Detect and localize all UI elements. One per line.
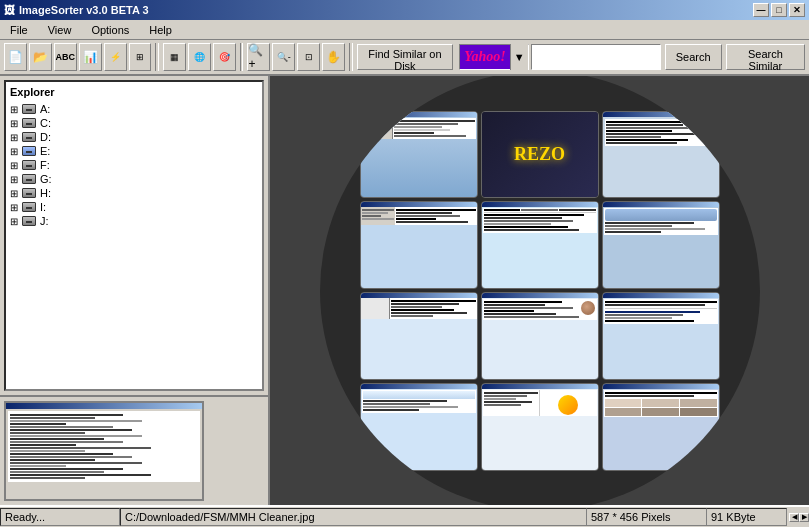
preview-image	[4, 401, 204, 501]
search-button[interactable]: Search	[665, 44, 722, 70]
status-bar: Ready... C:/Downloaded/FSM/MMH Cleaner.j…	[0, 505, 809, 527]
menu-view[interactable]: View	[42, 22, 78, 38]
thumbnail-10[interactable]	[360, 383, 478, 471]
status-dimensions: 587 * 456 Pixels	[587, 508, 707, 526]
drive-icon-i	[22, 202, 36, 212]
separator2	[240, 43, 244, 71]
drive-icon-d	[22, 132, 36, 142]
tool2-button[interactable]: ⊞	[129, 43, 152, 71]
view1-button[interactable]: ▦	[163, 43, 186, 71]
status-filesize: 91 KByte	[707, 508, 787, 526]
search-input[interactable]	[531, 44, 661, 70]
drive-icon-e	[22, 146, 36, 156]
drive-i[interactable]: ⊞ I:	[10, 200, 258, 214]
yahoo-dropdown-arrow[interactable]: ▼	[510, 44, 528, 70]
main-area: Explorer ⊞ A: ⊞ C: ⊞ D: ⊞ E:	[0, 76, 809, 505]
thumbnail-11[interactable]	[481, 383, 599, 471]
drive-label-d: D:	[40, 131, 51, 143]
status-path-text: C:/Downloaded/FSM/MMH Cleaner.jpg	[125, 511, 315, 523]
drive-icon-j	[22, 216, 36, 226]
title-bar-controls: — □ ✕	[753, 3, 805, 17]
left-panel: Explorer ⊞ A: ⊞ C: ⊞ D: ⊞ E:	[0, 76, 270, 505]
thumbnail-8[interactable]	[481, 292, 599, 380]
drive-j[interactable]: ⊞ J:	[10, 214, 258, 228]
expand-icon-h[interactable]: ⊞	[10, 188, 18, 199]
status-dimensions-text: 587 * 456 Pixels	[591, 511, 671, 523]
new-button[interactable]: 📄	[4, 43, 27, 71]
hscroll-left[interactable]: ◀	[789, 513, 799, 522]
drive-d[interactable]: ⊞ D:	[10, 130, 258, 144]
chart-button[interactable]: 📊	[79, 43, 102, 71]
status-filesize-text: 91 KByte	[711, 511, 756, 523]
drive-f[interactable]: ⊞ F:	[10, 158, 258, 172]
expand-icon-i[interactable]: ⊞	[10, 202, 18, 213]
separator3	[349, 43, 353, 71]
status-ready: Ready...	[0, 508, 120, 526]
tool1-button[interactable]: ⚡	[104, 43, 127, 71]
abc-button[interactable]: ABC	[54, 43, 77, 71]
app-icon: 🖼	[4, 4, 15, 16]
hscroll-right[interactable]: ▶	[799, 513, 809, 522]
search-similar-button[interactable]: Search Similar	[726, 44, 806, 70]
hand-button[interactable]: ✋	[322, 43, 345, 71]
minimize-button[interactable]: —	[753, 3, 769, 17]
yahoo-dropdown[interactable]: Yahoo! ▼	[459, 44, 529, 70]
window-title: ImageSorter v3.0 BETA 3	[19, 4, 149, 16]
drive-label-e: E:	[40, 145, 50, 157]
drive-g[interactable]: ⊞ G:	[10, 172, 258, 186]
thumbnail-rezo[interactable]: REZO	[481, 111, 599, 199]
expand-icon-d[interactable]: ⊞	[10, 132, 18, 143]
separator1	[155, 43, 159, 71]
drive-icon-f	[22, 160, 36, 170]
drive-icon-h	[22, 188, 36, 198]
drive-label-c: C:	[40, 117, 51, 129]
drive-h[interactable]: ⊞ H:	[10, 186, 258, 200]
open-button[interactable]: 📂	[29, 43, 52, 71]
zoom-fit-button[interactable]: ⊡	[297, 43, 320, 71]
drive-label-h: H:	[40, 187, 51, 199]
explorer-panel: Explorer ⊞ A: ⊞ C: ⊞ D: ⊞ E:	[4, 80, 264, 391]
title-bar-left: 🖼 ImageSorter v3.0 BETA 3	[4, 4, 149, 16]
menu-file[interactable]: File	[4, 22, 34, 38]
status-path: C:/Downloaded/FSM/MMH Cleaner.jpg	[120, 508, 587, 526]
thumbnail-6[interactable]	[602, 201, 720, 289]
menu-options[interactable]: Options	[85, 22, 135, 38]
close-button[interactable]: ✕	[789, 3, 805, 17]
find-similar-disk-button[interactable]: Find Similar on Disk	[357, 44, 454, 70]
drive-icon-g	[22, 174, 36, 184]
menu-help[interactable]: Help	[143, 22, 178, 38]
preview-panel	[0, 395, 268, 505]
view2-button[interactable]: 🌐	[188, 43, 211, 71]
toolbar: 📄 📂 ABC 📊 ⚡ ⊞ ▦ 🌐 🎯 🔍+ 🔍- ⊡ ✋ Find Simil…	[0, 40, 809, 76]
zoom-in-button[interactable]: 🔍+	[247, 43, 270, 71]
expand-icon-c[interactable]: ⊞	[10, 118, 18, 129]
thumbnail-4[interactable]	[360, 201, 478, 289]
thumbnail-12[interactable]	[602, 383, 720, 471]
drive-label-i: I:	[40, 201, 46, 213]
thumbnail-circle: REZO	[320, 76, 760, 505]
title-bar: 🖼 ImageSorter v3.0 BETA 3 — □ ✕	[0, 0, 809, 20]
expand-icon-j[interactable]: ⊞	[10, 216, 18, 227]
explorer-header: Explorer	[10, 86, 258, 98]
drive-e[interactable]: ⊞ E:	[10, 144, 258, 158]
view3-button[interactable]: 🎯	[213, 43, 236, 71]
thumbnail-3[interactable]	[602, 111, 720, 199]
yahoo-logo: Yahoo!	[460, 45, 510, 69]
status-ready-text: Ready...	[5, 511, 45, 523]
thumbnail-1[interactable]	[360, 111, 478, 199]
thumbnail-7[interactable]	[360, 292, 478, 380]
thumbnail-9[interactable]	[602, 292, 720, 380]
expand-icon-g[interactable]: ⊞	[10, 174, 18, 185]
zoom-out-button[interactable]: 🔍-	[272, 43, 295, 71]
drive-a[interactable]: ⊞ A:	[10, 102, 258, 116]
drive-icon-c	[22, 118, 36, 128]
image-grid-panel: REZO	[270, 76, 809, 505]
expand-icon-f[interactable]: ⊞	[10, 160, 18, 171]
expand-icon-e[interactable]: ⊞	[10, 146, 18, 157]
maximize-button[interactable]: □	[771, 3, 787, 17]
drive-label-a: A:	[40, 103, 50, 115]
menu-bar: File View Options Help	[0, 20, 809, 40]
expand-icon[interactable]: ⊞	[10, 104, 18, 115]
thumbnail-5[interactable]	[481, 201, 599, 289]
drive-c[interactable]: ⊞ C:	[10, 116, 258, 130]
